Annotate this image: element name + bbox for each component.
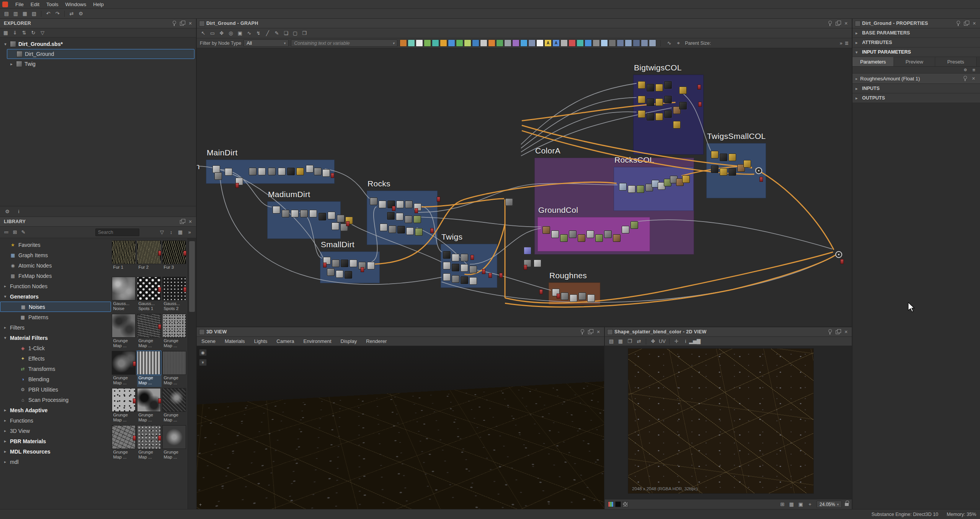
- graph-node[interactable]: [679, 86, 687, 94]
- graph-node[interactable]: [322, 169, 330, 177]
- node-output-chip[interactable]: [524, 265, 527, 270]
- library-tree-item-filters[interactable]: ▸Filters: [0, 322, 111, 333]
- node-output-chip[interactable]: [557, 294, 560, 299]
- pin-icon[interactable]: [826, 20, 833, 27]
- node-type-icon[interactable]: [472, 39, 479, 47]
- info-icon[interactable]: i: [15, 208, 23, 215]
- graph-node[interactable]: [443, 262, 451, 269]
- node-output-chip[interactable]: [331, 173, 334, 178]
- library-tree-item-transforms[interactable]: ⇄Transforms: [0, 364, 111, 374]
- snapshot-icon[interactable]: ❒: [300, 29, 309, 37]
- tiling-icon[interactable]: ▦: [787, 501, 796, 508]
- float-icon[interactable]: [835, 328, 841, 335]
- graph-node[interactable]: [682, 175, 690, 183]
- 3d-menu-materials[interactable]: Materials: [225, 338, 245, 344]
- graph-node[interactable]: [595, 234, 603, 242]
- graph-node[interactable]: [282, 210, 289, 217]
- straighten-icon[interactable]: ╱: [263, 29, 272, 37]
- node-type-icon[interactable]: [456, 39, 463, 47]
- filter-icon[interactable]: ▽: [158, 228, 166, 236]
- graph-node[interactable]: [613, 234, 621, 242]
- graph-node[interactable]: [268, 168, 276, 175]
- menu-edit[interactable]: Edit: [27, 1, 43, 8]
- grid-icon[interactable]: ⊞: [778, 501, 787, 508]
- section-base-parameters[interactable]: ▸ BASE PARAMETERS: [853, 28, 980, 38]
- graph-node[interactable]: [214, 172, 222, 180]
- info-icon[interactable]: i: [681, 338, 690, 345]
- library-thumb[interactable]: Fur 1: [112, 240, 136, 276]
- node-type-icon[interactable]: [416, 39, 423, 47]
- graph-node[interactable]: [728, 153, 736, 161]
- gear-icon[interactable]: ⚙: [3, 208, 11, 215]
- node-type-icon[interactable]: [536, 39, 544, 47]
- graph-node[interactable]: [619, 183, 627, 191]
- library-tree-item-mesh-adaptive[interactable]: ▸Mesh Adaptive: [0, 405, 111, 415]
- lock-icon[interactable]: [845, 503, 849, 506]
- wire[interactable]: [679, 91, 711, 151]
- 3d-menu-display[interactable]: Display: [341, 338, 357, 344]
- node-type-icon[interactable]: [512, 39, 519, 47]
- graph-node[interactable]: [630, 221, 638, 229]
- explorer-root-item[interactable]: ▾Dirt_Ground.sbs*: [1, 39, 195, 49]
- pencil-icon[interactable]: ✎: [273, 29, 281, 37]
- new-file-icon[interactable]: ▤: [2, 10, 11, 18]
- library-tree-item-3d-view[interactable]: ▸3D View: [0, 426, 111, 436]
- tag-icon[interactable]: ⊞: [11, 228, 19, 236]
- comment-icon[interactable]: ❏: [282, 29, 290, 37]
- node-type-icon[interactable]: [633, 39, 640, 47]
- node-type-icon[interactable]: A: [552, 39, 560, 47]
- graph-node[interactable]: [570, 294, 577, 302]
- graph-node[interactable]: [637, 185, 644, 193]
- library-tree-item-generators[interactable]: ▾Generators: [0, 291, 111, 302]
- zoom-select[interactable]: 24.05%▾: [817, 501, 842, 508]
- graph-node[interactable]: [406, 227, 414, 235]
- graph-node[interactable]: [300, 210, 308, 217]
- menu-windows[interactable]: Windows: [62, 1, 90, 8]
- node-type-icon[interactable]: [488, 39, 495, 47]
- graph-node[interactable]: [327, 268, 335, 276]
- node-type-icon[interactable]: [560, 39, 568, 47]
- library-tree-item-1-click[interactable]: ◈1-Click: [0, 343, 111, 353]
- library-thumb[interactable]: Grunge Map ...: [162, 425, 187, 461]
- node-type-icon[interactable]: [609, 39, 616, 47]
- graph-node[interactable]: [341, 260, 348, 267]
- node-output-chip[interactable]: [840, 259, 844, 264]
- graph-node[interactable]: [569, 230, 577, 238]
- 2d-viewport[interactable]: 2048 x 2048 (RGBA HDR, 32bpc): [605, 346, 852, 499]
- graph-node[interactable]: [306, 165, 314, 173]
- library-thumb[interactable]: Grunge Map ...: [162, 388, 187, 424]
- graph-node[interactable]: [278, 168, 286, 175]
- wire[interactable]: [367, 207, 377, 263]
- 3d-viewport[interactable]: ◉☀ +: [197, 346, 604, 509]
- graph-node[interactable]: [396, 213, 403, 220]
- sort-icon[interactable]: ↕: [167, 228, 175, 236]
- gear-ic[interactable]: ⚙: [962, 67, 969, 73]
- library-thumb[interactable]: Grunge Map ...: [112, 351, 136, 387]
- graph-node[interactable]: [337, 215, 345, 222]
- graph-node[interactable]: [469, 277, 477, 285]
- graph-node[interactable]: [461, 264, 468, 272]
- library-tree-item-blending[interactable]: ◑Blending: [0, 374, 111, 384]
- graph-node[interactable]: [524, 247, 531, 255]
- light-icon[interactable]: ☀: [199, 359, 207, 366]
- wire-style-icon[interactable]: ∿: [665, 39, 673, 47]
- crosshair-icon[interactable]: ✛: [672, 338, 681, 345]
- node-type-icon[interactable]: [585, 39, 592, 47]
- node-type-icon[interactable]: [448, 39, 455, 47]
- node-type-icon[interactable]: [432, 39, 439, 47]
- node-type-icon[interactable]: [625, 39, 632, 47]
- graph-node[interactable]: [720, 168, 727, 176]
- graph-node[interactable]: [655, 113, 663, 121]
- graph-search-select[interactable]: Containing text or variable▾: [291, 39, 397, 47]
- graph-node[interactable]: [679, 102, 687, 109]
- graph-node[interactable]: [387, 212, 395, 220]
- library-thumb[interactable]: Grunge Map ...: [137, 425, 162, 461]
- graph-node[interactable]: [664, 96, 672, 103]
- graph-node[interactable]: [461, 276, 468, 284]
- node-type-icon[interactable]: [577, 39, 584, 47]
- graph-node[interactable]: [578, 292, 586, 300]
- node-type-icon[interactable]: [480, 39, 487, 47]
- library-tree-item-graph-items[interactable]: ▦Graph Items: [0, 250, 111, 260]
- graph-node[interactable]: [443, 273, 451, 281]
- library-tree-item-scan-processing[interactable]: ⌂Scan Processing: [0, 395, 111, 405]
